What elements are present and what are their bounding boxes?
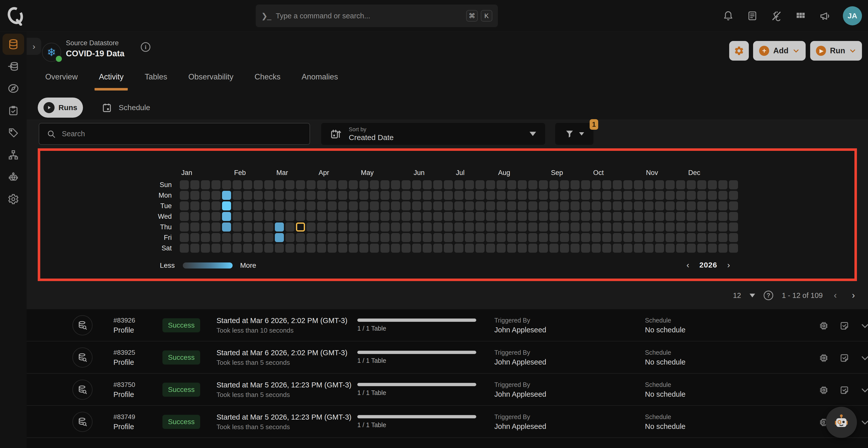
heatmap-cell[interactable] [275,244,284,253]
heatmap-cell[interactable] [402,244,411,253]
heatmap-cell[interactable] [486,201,495,211]
heatmap-cell[interactable] [307,191,316,200]
heatmap-cell[interactable] [623,223,632,231]
heatmap-cell[interactable] [655,180,664,189]
heatmap-cell[interactable] [655,233,664,242]
run-row[interactable]: #83925 Profile Success Started at Mar 6 … [27,342,868,374]
heatmap-cell[interactable] [212,212,220,221]
heatmap-cell[interactable] [518,212,527,221]
heatmap-cell[interactable] [634,244,643,253]
runs-toggle-button[interactable]: Runs [38,98,83,118]
heatmap-cell[interactable] [550,212,558,221]
heatmap-cell[interactable] [518,244,527,253]
heatmap-cell[interactable] [486,212,495,221]
heatmap-cell[interactable] [296,223,305,231]
pagination-prev-button[interactable]: ‹ [834,290,837,301]
sidebar-item-enrichment[interactable] [2,56,24,77]
heatmap-cell[interactable] [581,212,590,221]
heatmap-cell[interactable] [201,233,210,242]
heatmap-cell[interactable] [370,233,379,242]
heatmap-cell[interactable] [655,191,664,200]
heatmap-cell[interactable] [423,212,432,221]
heatmap-cell[interactable] [560,191,569,200]
heatmap-cell[interactable] [328,191,337,200]
tab-overview[interactable]: Overview [41,72,82,91]
heatmap-cell[interactable] [645,212,653,221]
heatmap-cell[interactable] [444,223,453,231]
heatmap-cell[interactable] [338,223,347,231]
heatmap-cell[interactable] [254,233,263,242]
heatmap-cell[interactable] [465,223,474,231]
sidebar-item-explore[interactable] [2,78,24,99]
heatmap-cell[interactable] [602,191,611,200]
heatmap-cell[interactable] [613,223,622,231]
heatmap-cell[interactable] [623,212,632,221]
heatmap-cell[interactable] [676,180,685,189]
automation-chip-icon[interactable] [818,385,829,396]
heatmap-cell[interactable] [454,244,463,253]
heatmap-cell[interactable] [602,223,611,231]
heatmap-cell[interactable] [465,212,474,221]
heatmap-cell[interactable] [338,191,347,200]
heatmap-cell[interactable] [497,180,506,189]
heatmap-cell[interactable] [645,180,653,189]
heatmap-cell[interactable] [454,212,463,221]
heatmap-cell[interactable] [634,223,643,231]
heatmap-cell[interactable] [665,180,675,189]
heatmap-cell[interactable] [592,233,601,242]
heatmap-cell[interactable] [676,201,685,211]
year-next-button[interactable]: › [727,260,730,270]
heatmap-cell[interactable] [581,191,590,200]
heatmap-cell[interactable] [623,201,632,211]
heatmap-cell[interactable] [444,201,453,211]
heatmap-cell[interactable] [243,191,252,200]
tab-observability[interactable]: Observability [184,72,238,91]
heatmap-cell[interactable] [391,244,400,253]
heatmap-cell[interactable] [465,244,474,253]
sidebar-item-assistant[interactable] [2,166,24,188]
expand-row-chevron-icon[interactable] [860,352,868,363]
heatmap-cell[interactable] [665,212,675,221]
heatmap-cell[interactable] [275,212,284,221]
help-icon[interactable]: ? [764,291,773,300]
heatmap-cell[interactable] [370,212,379,221]
heatmap-cell[interactable] [222,244,231,253]
sidebar-expand-button[interactable]: › [27,38,41,55]
announcements-megaphone-icon[interactable] [819,10,831,22]
heatmap-cell[interactable] [180,201,189,211]
heatmap-cell[interactable] [254,244,263,253]
heatmap-cell[interactable] [718,244,727,253]
heatmap-cell[interactable] [539,212,548,221]
heatmap-cell[interactable] [328,244,337,253]
heatmap-cell[interactable] [190,233,199,242]
heatmap-cell[interactable] [486,233,495,242]
heatmap-cell[interactable] [328,212,337,221]
heatmap-cell[interactable] [222,180,231,189]
heatmap-cell[interactable] [697,244,706,253]
heatmap-cell[interactable] [359,233,368,242]
heatmap-cell[interactable] [412,233,421,242]
heatmap-cell[interactable] [507,212,516,221]
heatmap-cell[interactable] [518,180,527,189]
heatmap-cell[interactable] [486,223,495,231]
heatmap-cell[interactable] [718,201,727,211]
heatmap-cell[interactable] [190,191,199,200]
heatmap-cell[interactable] [285,233,294,242]
heatmap-cell[interactable] [201,180,210,189]
heatmap-cell[interactable] [380,233,390,242]
sidebar-item-tags[interactable] [2,122,24,143]
heatmap-cell[interactable] [444,244,453,253]
page-size-value[interactable]: 12 [733,291,741,300]
heatmap-cell[interactable] [560,201,569,211]
user-avatar[interactable]: JA [843,6,862,25]
heatmap-cell[interactable] [539,233,548,242]
heatmap-cell[interactable] [581,201,590,211]
heatmap-cell[interactable] [275,191,284,200]
heatmap-cell[interactable] [412,191,421,200]
heatmap-cell[interactable] [708,201,717,211]
heatmap-cell[interactable] [296,244,305,253]
heatmap-cell[interactable] [232,223,242,231]
heatmap-cell[interactable] [665,233,675,242]
heatmap-cell[interactable] [317,180,326,189]
heatmap-cell[interactable] [687,233,696,242]
